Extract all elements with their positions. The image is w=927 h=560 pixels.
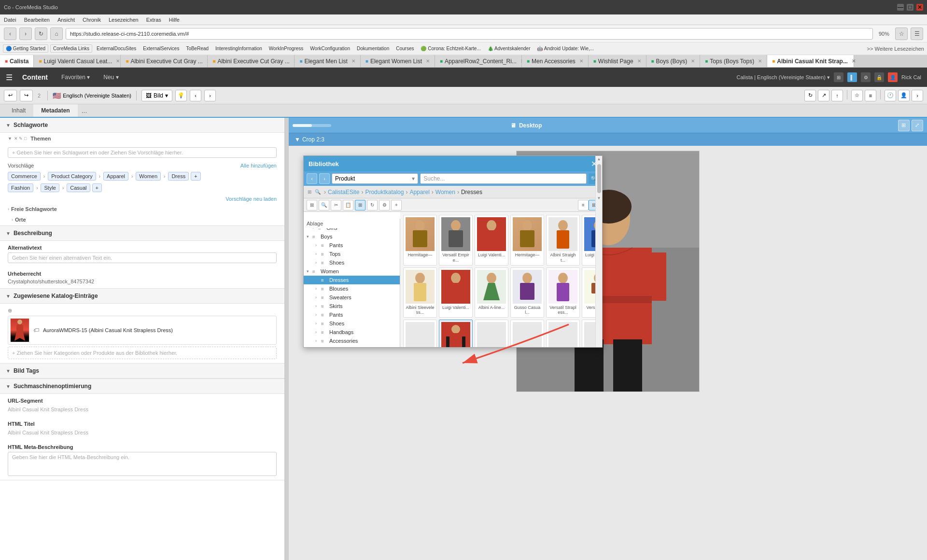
share-btn[interactable]: ↑	[831, 90, 843, 101]
tab-men-acc-close[interactable]: ✕	[579, 58, 583, 64]
grid-item-versatil-strapless[interactable]: Versatil Strapless...	[546, 267, 580, 318]
lib-tool-rotate[interactable]: ↻	[367, 200, 378, 210]
tag-style[interactable]: Style	[41, 183, 59, 192]
grid-item-luigi1[interactable]: Luigi Valenti...	[475, 215, 508, 266]
interesting-bookmark[interactable]: InterestingInformation	[213, 45, 265, 52]
close-btn[interactable]: ✕	[916, 4, 923, 11]
tab-tops-boys[interactable]: ■ Tops (Boys Tops) ✕	[700, 55, 767, 67]
scroll-thumb[interactable]	[597, 164, 601, 193]
bild-btn[interactable]: 🖼 Bild ▾	[141, 90, 172, 101]
grid-item-albini-sleeve1[interactable]: Albini Sleeveless...	[403, 267, 437, 318]
maximize-panel-btn[interactable]: ⤢	[912, 120, 923, 131]
tab-wishlist[interactable]: ■ Wishlist Page ✕	[589, 55, 646, 67]
grid-item-gusso-pleated[interactable]: Gusso Pleated...	[475, 320, 508, 347]
android-bookmark[interactable]: 🤖 Android Update: Wie,...	[534, 45, 596, 52]
tree-item-boys-tops[interactable]: › ≡ Tops	[304, 250, 400, 258]
lib-tool-cut[interactable]: ✂	[331, 200, 341, 210]
lib-forward-btn[interactable]: ›	[319, 173, 330, 184]
coremedia-bookmark[interactable]: CoreMedia Links	[50, 44, 92, 53]
html-meta-input[interactable]: Geben Sie hier die HTML Meta-Beschreibun…	[8, 452, 277, 476]
tab-calista[interactable]: ■ Calista	[0, 55, 34, 67]
grid-item-albini-sleeve2[interactable]: Albini Sleeveless...	[546, 320, 580, 347]
tag-add-btn-1[interactable]: +	[191, 172, 200, 181]
grid-item-albini-casual-knit[interactable]: Albini Casual Knit...	[439, 320, 473, 347]
reload-btn[interactable]: ↻	[35, 28, 47, 40]
menu-bearbeiten[interactable]: Bearbeiten	[24, 17, 50, 23]
grid-icon[interactable]: ⊞	[834, 72, 843, 82]
tab-luigi-valenti[interactable]: ■ Luigi Valenti Casual Leat... ✕	[34, 55, 121, 67]
clock-btn[interactable]: 🕐	[885, 90, 896, 101]
toberead-bookmark[interactable]: ToBeRead	[183, 45, 211, 52]
resize-handle[interactable]	[285, 118, 289, 560]
grid-item-albini-silk[interactable]: Albini Silk...	[403, 320, 437, 347]
tab-albini-casual-close[interactable]: ✕	[852, 58, 856, 64]
tag-casual[interactable]: Casual	[67, 183, 90, 192]
alle-hinzufuegen-btn[interactable]: Alle hinzufügen	[240, 163, 277, 168]
favoriten-nav[interactable]: Favoriten ▾	[57, 74, 94, 81]
lightbulb-btn[interactable]: 💡	[175, 90, 187, 101]
lib-type-dropdown[interactable]: Produkt ▾	[332, 173, 418, 184]
tab-elegant-women[interactable]: ■ Elegant Women List ✕	[361, 55, 435, 67]
tab-tops-boys-close[interactable]: ✕	[758, 58, 762, 64]
grid-item-luigi3[interactable]: Luigi Valenti...	[439, 267, 473, 318]
tab-inhalt[interactable]: Inhalt	[4, 104, 33, 118]
lib-bread-apparel[interactable]: Apparel	[409, 189, 429, 196]
tree-item-men[interactable]: ▾ ≡ Men	[304, 345, 400, 347]
vorschlaege-neu-laden-btn[interactable]: Vorschläge neu laden	[225, 196, 277, 202]
themen-header[interactable]: ▼ ✕ ✎ □ Themen	[0, 133, 284, 144]
adventskalender-bookmark[interactable]: 🎄 Adventskalender	[485, 45, 533, 52]
menu-lesezeichen[interactable]: Lesezeichen	[109, 17, 139, 23]
lib-bread-women[interactable]: Women	[435, 189, 455, 196]
prev-btn[interactable]: ‹	[190, 90, 201, 101]
tree-item-boys-pants[interactable]: › ≡ Pants	[304, 241, 400, 250]
undo-btn[interactable]: ↩	[4, 90, 17, 101]
settings-icon[interactable]: ⚙	[861, 72, 871, 82]
tree-item-handbags[interactable]: › ≡ Handbags	[304, 328, 400, 336]
courses-bookmark[interactable]: Courses	[393, 45, 416, 52]
menu-hilfe[interactable]: Hilfe	[169, 17, 180, 23]
tree-item-boys-shoes[interactable]: › ≡ Shoes	[304, 258, 400, 267]
tab-albini-exec1[interactable]: ■ Albini Executive Cut Gray ... ✕	[121, 55, 208, 67]
tree-item-women[interactable]: ▾ ≡ Women	[304, 267, 400, 276]
grid-item-hermitage2[interactable]: Hermitage—	[510, 215, 544, 266]
tab-boys[interactable]: ■ Boys (Boys) ✕	[646, 55, 701, 67]
workinprogress-bookmark[interactable]: WorkInProgress	[267, 45, 306, 52]
more-btn[interactable]: ›	[912, 90, 923, 101]
corona-bookmark[interactable]: 🟢 Corona: Echtzeit-Karte...	[418, 45, 483, 52]
tab-metadaten[interactable]: Metadaten	[33, 104, 77, 118]
lib-scrollbar[interactable]: ▲ ▼	[595, 156, 602, 347]
user-icon[interactable]: 👤	[888, 72, 898, 82]
tree-item-skirts[interactable]: › ≡ Skirts	[304, 302, 400, 310]
lib-tool-copy[interactable]: 📋	[343, 200, 353, 210]
menu-datei[interactable]: Datei	[4, 17, 16, 23]
tab-boys-close[interactable]: ✕	[691, 58, 695, 64]
lib-back-btn[interactable]: ‹	[307, 173, 317, 184]
bild-tags-header[interactable]: ▼ Bild Tags	[0, 364, 284, 378]
tab-albini-casual[interactable]: ■ Albini Casual Knit Strap... ✕	[767, 55, 854, 67]
externaldocusites-bookmark[interactable]: ExternalDocuSites	[94, 45, 139, 52]
tab-luigi-close[interactable]: ✕	[116, 58, 120, 64]
getting-started-bookmark[interactable]: 🔵 Getting Started	[3, 44, 48, 53]
toolbar-menu[interactable]: ☰	[911, 28, 923, 40]
tag-apparel[interactable]: Apparel	[103, 172, 128, 181]
tag-add-btn-2[interactable]: +	[92, 183, 102, 192]
split-view-btn[interactable]: ⊞	[898, 120, 910, 131]
person-btn[interactable]: 👤	[898, 90, 910, 101]
grid-item-hermitage1[interactable]: Hermitage—	[403, 215, 437, 266]
bookmark-star[interactable]: ☆	[895, 28, 908, 40]
catalog-drag-area[interactable]: + Ziehen Sie hier Kategorien oder Produk…	[8, 347, 277, 359]
workconfig-bookmark[interactable]: WorkConfiguration	[308, 45, 352, 52]
back-btn[interactable]: ‹	[4, 28, 16, 40]
lib-list-view-btn[interactable]: ≡	[578, 200, 589, 210]
lib-bread-calista[interactable]: CalistaESite	[328, 189, 359, 196]
grid-item-albini-empire[interactable]: Albini Empire...	[510, 320, 544, 347]
tag-commerce[interactable]: Commerce	[8, 172, 41, 181]
tag-product-category[interactable]: Product Category	[48, 172, 96, 181]
tree-item-accessories[interactable]: › ≡ Accessories	[304, 336, 400, 345]
scroll-up-btn[interactable]: ▲	[596, 156, 602, 162]
lib-search-field[interactable]: Suche...	[420, 173, 587, 184]
tab-elegant-men-close[interactable]: ✕	[351, 58, 355, 64]
lib-bread-produkt[interactable]: Produktkatalog	[365, 189, 404, 196]
externalservices-bookmark[interactable]: ExternalServices	[140, 45, 182, 52]
menu-extras[interactable]: Extras	[146, 17, 161, 23]
